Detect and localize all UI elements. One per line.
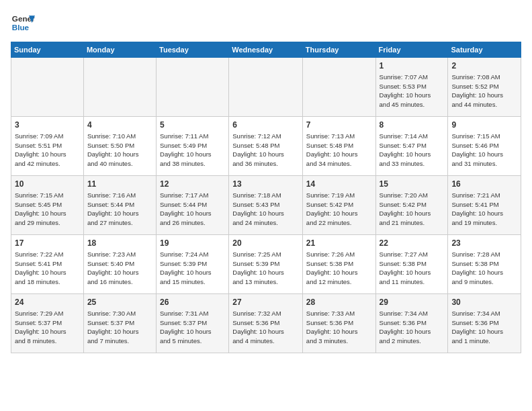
day-cell: 10Sunrise: 7:15 AM Sunset: 5:45 PM Dayli…: [11, 176, 84, 235]
day-info: Sunrise: 7:17 AM Sunset: 5:44 PM Dayligh…: [160, 191, 225, 228]
day-number: 26: [160, 297, 225, 308]
day-info: Sunrise: 7:07 AM Sunset: 5:53 PM Dayligh…: [380, 73, 445, 109]
day-number: 2: [451, 60, 517, 72]
week-row-1: 1Sunrise: 7:07 AM Sunset: 5:53 PM Daylig…: [11, 58, 521, 117]
day-cell: 13Sunrise: 7:18 AM Sunset: 5:43 PM Dayli…: [229, 176, 303, 235]
day-number: 21: [306, 238, 372, 249]
day-cell: [229, 58, 303, 117]
day-cell: 8Sunrise: 7:14 AM Sunset: 5:47 PM Daylig…: [375, 117, 448, 176]
page-header: General Blue: [11, 11, 521, 35]
day-cell: 15Sunrise: 7:20 AM Sunset: 5:42 PM Dayli…: [375, 176, 448, 235]
day-cell: 23Sunrise: 7:28 AM Sunset: 5:38 PM Dayli…: [448, 235, 521, 294]
day-info: Sunrise: 7:21 AM Sunset: 5:41 PM Dayligh…: [451, 191, 517, 228]
day-number: 6: [232, 120, 299, 131]
day-number: 19: [160, 238, 225, 249]
day-cell: 29Sunrise: 7:34 AM Sunset: 5:36 PM Dayli…: [375, 294, 448, 353]
day-number: 30: [451, 297, 517, 308]
day-cell: 5Sunrise: 7:11 AM Sunset: 5:49 PM Daylig…: [157, 117, 229, 176]
day-info: Sunrise: 7:08 AM Sunset: 5:52 PM Dayligh…: [451, 73, 517, 109]
day-number: 9: [451, 120, 517, 131]
day-cell: [302, 58, 375, 117]
week-row-4: 17Sunrise: 7:22 AM Sunset: 5:41 PM Dayli…: [11, 235, 521, 294]
day-number: 23: [451, 238, 517, 249]
day-number: 10: [15, 179, 80, 190]
day-cell: 4Sunrise: 7:10 AM Sunset: 5:50 PM Daylig…: [83, 117, 156, 176]
day-info: Sunrise: 7:28 AM Sunset: 5:38 PM Dayligh…: [451, 250, 517, 287]
day-info: Sunrise: 7:13 AM Sunset: 5:48 PM Dayligh…: [306, 132, 372, 169]
day-cell: 16Sunrise: 7:21 AM Sunset: 5:41 PM Dayli…: [448, 176, 521, 235]
day-info: Sunrise: 7:14 AM Sunset: 5:47 PM Dayligh…: [380, 132, 445, 169]
weekday-header-thursday: Thursday: [302, 42, 375, 58]
weekday-header-friday: Friday: [375, 42, 448, 58]
day-info: Sunrise: 7:11 AM Sunset: 5:49 PM Dayligh…: [160, 132, 225, 169]
day-info: Sunrise: 7:15 AM Sunset: 5:46 PM Dayligh…: [451, 132, 517, 169]
day-info: Sunrise: 7:09 AM Sunset: 5:51 PM Dayligh…: [15, 132, 80, 169]
day-info: Sunrise: 7:30 AM Sunset: 5:37 PM Dayligh…: [87, 309, 152, 346]
day-info: Sunrise: 7:23 AM Sunset: 5:40 PM Dayligh…: [87, 250, 152, 287]
day-cell: 2Sunrise: 7:08 AM Sunset: 5:52 PM Daylig…: [448, 58, 521, 117]
day-number: 27: [232, 297, 299, 308]
day-info: Sunrise: 7:25 AM Sunset: 5:39 PM Dayligh…: [232, 250, 299, 287]
week-row-3: 10Sunrise: 7:15 AM Sunset: 5:45 PM Dayli…: [11, 176, 521, 235]
day-info: Sunrise: 7:26 AM Sunset: 5:38 PM Dayligh…: [306, 250, 372, 287]
day-info: Sunrise: 7:31 AM Sunset: 5:37 PM Dayligh…: [160, 309, 225, 346]
weekday-header-row: SundayMondayTuesdayWednesdayThursdayFrid…: [11, 42, 521, 58]
weekday-header-tuesday: Tuesday: [157, 42, 229, 58]
day-cell: 6Sunrise: 7:12 AM Sunset: 5:48 PM Daylig…: [229, 117, 303, 176]
day-info: Sunrise: 7:24 AM Sunset: 5:39 PM Dayligh…: [160, 250, 225, 287]
day-number: 5: [160, 120, 225, 131]
day-number: 16: [451, 179, 517, 190]
day-number: 12: [160, 179, 225, 190]
day-cell: 14Sunrise: 7:19 AM Sunset: 5:42 PM Dayli…: [302, 176, 375, 235]
day-cell: 30Sunrise: 7:34 AM Sunset: 5:36 PM Dayli…: [448, 294, 521, 353]
day-info: Sunrise: 7:10 AM Sunset: 5:50 PM Dayligh…: [87, 132, 152, 169]
logo-icon: General Blue: [11, 11, 35, 35]
day-number: 18: [87, 238, 152, 249]
day-info: Sunrise: 7:16 AM Sunset: 5:44 PM Dayligh…: [87, 191, 152, 228]
day-cell: 17Sunrise: 7:22 AM Sunset: 5:41 PM Dayli…: [11, 235, 84, 294]
day-number: 3: [15, 120, 80, 131]
day-cell: 19Sunrise: 7:24 AM Sunset: 5:39 PM Dayli…: [157, 235, 229, 294]
day-cell: 24Sunrise: 7:29 AM Sunset: 5:37 PM Dayli…: [11, 294, 84, 353]
day-cell: [83, 58, 156, 117]
day-cell: 9Sunrise: 7:15 AM Sunset: 5:46 PM Daylig…: [448, 117, 521, 176]
day-info: Sunrise: 7:22 AM Sunset: 5:41 PM Dayligh…: [15, 250, 80, 287]
day-info: Sunrise: 7:18 AM Sunset: 5:43 PM Dayligh…: [232, 191, 299, 228]
weekday-header-saturday: Saturday: [448, 42, 521, 58]
week-row-2: 3Sunrise: 7:09 AM Sunset: 5:51 PM Daylig…: [11, 117, 521, 176]
day-cell: 26Sunrise: 7:31 AM Sunset: 5:37 PM Dayli…: [157, 294, 229, 353]
day-cell: [157, 58, 229, 117]
day-cell: 7Sunrise: 7:13 AM Sunset: 5:48 PM Daylig…: [302, 117, 375, 176]
day-cell: 12Sunrise: 7:17 AM Sunset: 5:44 PM Dayli…: [157, 176, 229, 235]
day-number: 25: [87, 297, 152, 308]
weekday-header-sunday: Sunday: [11, 42, 84, 58]
day-cell: [11, 58, 84, 117]
day-cell: 22Sunrise: 7:27 AM Sunset: 5:38 PM Dayli…: [375, 235, 448, 294]
week-row-5: 24Sunrise: 7:29 AM Sunset: 5:37 PM Dayli…: [11, 294, 521, 353]
day-cell: 27Sunrise: 7:32 AM Sunset: 5:36 PM Dayli…: [229, 294, 303, 353]
day-number: 17: [15, 238, 80, 249]
weekday-header-monday: Monday: [83, 42, 156, 58]
day-number: 15: [380, 179, 445, 190]
day-info: Sunrise: 7:12 AM Sunset: 5:48 PM Dayligh…: [232, 132, 299, 169]
day-info: Sunrise: 7:20 AM Sunset: 5:42 PM Dayligh…: [380, 191, 445, 228]
day-number: 22: [380, 238, 445, 249]
day-cell: 3Sunrise: 7:09 AM Sunset: 5:51 PM Daylig…: [11, 117, 84, 176]
day-info: Sunrise: 7:19 AM Sunset: 5:42 PM Dayligh…: [306, 191, 372, 228]
day-number: 28: [306, 297, 372, 308]
day-number: 24: [15, 297, 80, 308]
logo: General Blue: [11, 11, 35, 35]
day-number: 20: [232, 238, 299, 249]
day-number: 11: [87, 179, 152, 190]
day-info: Sunrise: 7:33 AM Sunset: 5:36 PM Dayligh…: [306, 309, 372, 346]
day-number: 1: [380, 60, 445, 72]
day-info: Sunrise: 7:29 AM Sunset: 5:37 PM Dayligh…: [15, 309, 80, 346]
day-cell: 28Sunrise: 7:33 AM Sunset: 5:36 PM Dayli…: [302, 294, 375, 353]
day-cell: 1Sunrise: 7:07 AM Sunset: 5:53 PM Daylig…: [375, 58, 448, 117]
day-cell: 18Sunrise: 7:23 AM Sunset: 5:40 PM Dayli…: [83, 235, 156, 294]
day-number: 13: [232, 179, 299, 190]
day-cell: 11Sunrise: 7:16 AM Sunset: 5:44 PM Dayli…: [83, 176, 156, 235]
weekday-header-wednesday: Wednesday: [229, 42, 303, 58]
day-number: 4: [87, 120, 152, 131]
day-number: 14: [306, 179, 372, 190]
